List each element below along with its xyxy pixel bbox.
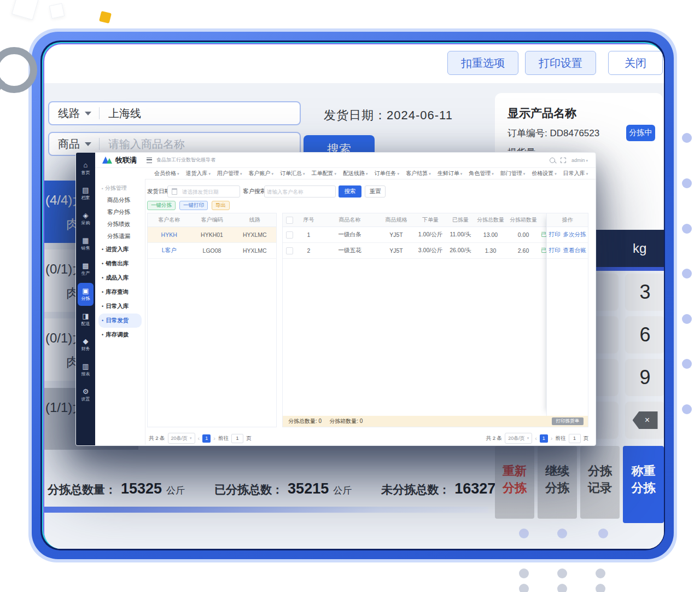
page-size-select[interactable]: 20条/页 — [505, 433, 532, 444]
sidebar-item-settings[interactable]: ⚙ 设置 — [76, 382, 95, 408]
current-page[interactable]: 1 — [202, 434, 211, 443]
goto-page-input[interactable] — [231, 434, 243, 443]
sort-records-button[interactable]: 分拣 记录 — [580, 446, 620, 519]
next-page-icon[interactable]: › — [213, 435, 215, 442]
close-button[interactable]: 关闭 — [608, 51, 663, 75]
export-button[interactable]: 导出 — [212, 201, 230, 210]
nav-item[interactable]: 会员价格 — [153, 169, 181, 178]
decor-dot — [682, 314, 692, 324]
column-header: 商品名称 — [321, 213, 378, 227]
customer-table: 客户名称客户编码线路 HYKH HYKH01 HYXLMC L客户 LGO08 … — [147, 213, 277, 427]
continue-sort-button[interactable]: 继续 分拣 — [538, 446, 577, 519]
nav-item[interactable]: 角色管理 — [467, 169, 495, 178]
sidebar-icon: ▩ — [82, 262, 89, 269]
print-link[interactable]: 打印 — [549, 231, 561, 239]
next-page-icon[interactable]: › — [551, 435, 553, 442]
prev-page-icon[interactable]: ‹ — [535, 435, 537, 442]
sort-action-link[interactable]: 多次分拣 — [563, 231, 586, 239]
sidebar-item-archive[interactable]: ▤ 档案 — [76, 181, 95, 206]
sidebar-item-reports[interactable]: ▥ 报表 — [76, 357, 95, 382]
row-checkbox[interactable] — [283, 227, 296, 242]
nav-item[interactable]: 客户账户 — [247, 169, 276, 178]
keypad-key[interactable]: 3 — [625, 274, 664, 311]
table-row[interactable]: HYKH HYKH01 HYXLMC — [148, 227, 276, 243]
print-picklist-button[interactable]: 打印拣货单 — [552, 417, 584, 425]
submenu-item[interactable]: 成品入库 — [95, 271, 145, 285]
keypad-key[interactable]: 6 — [625, 316, 664, 353]
nav-item[interactable]: 订单汇总 — [278, 169, 307, 178]
backspace-key[interactable] — [625, 402, 664, 439]
line-input[interactable] — [107, 107, 273, 120]
filter-search-button[interactable]: 搜索 — [339, 185, 361, 198]
nav-item[interactable]: 生鲜订单 — [436, 169, 464, 178]
weigh-sort-button[interactable]: 称重 分拣 — [623, 446, 664, 523]
product-search-input[interactable] — [107, 137, 273, 151]
deduct-weight-options-button[interactable]: 扣重选项 — [447, 51, 518, 75]
nav-item[interactable]: 用户管理 — [215, 169, 244, 178]
submenu-item[interactable]: 分拣遗漏 — [95, 230, 145, 242]
nav-item[interactable]: 订单任务 — [373, 169, 401, 178]
goto-page-input[interactable] — [569, 434, 581, 443]
column-header: 客户名称 — [148, 213, 190, 227]
sort-action-link[interactable]: 查看台账 — [563, 247, 586, 254]
nav-item[interactable]: 工单配置 — [310, 169, 339, 178]
submenu-item[interactable]: 日常发货 — [98, 314, 142, 328]
submenu-item[interactable]: 库存查询 — [95, 285, 145, 299]
nav-item[interactable]: 日常入库 — [562, 169, 590, 178]
sidebar-item-home[interactable]: ⌂ 首页 — [76, 156, 95, 181]
chevron-down-icon — [85, 142, 91, 146]
page-size-select[interactable]: 20条/页 — [168, 433, 195, 444]
keypad-key[interactable]: 9 — [625, 359, 664, 396]
decor-dot — [596, 584, 605, 592]
nav-item[interactable]: 客户结算 — [404, 169, 433, 178]
sidebar-item-finance[interactable]: ◆ 财务 — [76, 332, 95, 357]
print-settings-button[interactable]: 打印设置 — [525, 51, 596, 75]
one-key-sort-button[interactable]: 一键分拣 — [147, 201, 176, 210]
select-all-checkbox[interactable] — [283, 213, 296, 227]
sidebar-item-purchase[interactable]: ◈ 采购 — [76, 206, 95, 231]
sidebar-item-production[interactable]: ▩ 生产 — [76, 257, 95, 282]
sorting-station-window: 扣重选项打印设置关闭 线路 商品 发货日期：2024-06-11 搜索 显示产品… — [44, 44, 664, 549]
hamburger-menu-icon[interactable] — [147, 158, 152, 163]
submenu-item[interactable]: 客户分拣 — [95, 206, 145, 218]
fullscreen-icon[interactable] — [561, 158, 566, 163]
submenu-item[interactable]: 商品分拣 — [95, 194, 145, 206]
print-link[interactable]: 打印 — [549, 247, 561, 254]
table-row[interactable]: 2 一级五花 YJ5T 3.00/公斤 26.00/头 1.30 2.60 已完… — [283, 243, 588, 259]
search-icon[interactable] — [550, 158, 555, 163]
decor-square — [49, 3, 65, 19]
erp-nav: 会员价格退货入库用户管理客户账户订单汇总工单配置配送线路订单任务客户结算生鲜订单… — [153, 167, 592, 179]
filter-reset-button[interactable]: 重置 — [365, 185, 386, 198]
decor-dot — [519, 584, 529, 592]
line-select[interactable]: 线路 — [48, 101, 301, 125]
one-key-print-button[interactable]: 一键打印 — [179, 201, 208, 210]
date-filter-input[interactable] — [167, 185, 240, 198]
erp-submenu: 分拣管理商品分拣客户分拣分拣绩效分拣遗漏进货入库销售出库成品入库库存查询日常入库… — [95, 179, 145, 445]
sidebar-item-delivery[interactable]: ◨ 配送 — [76, 307, 95, 332]
nav-item[interactable]: 价格设置 — [530, 169, 558, 178]
row-checkbox[interactable] — [283, 243, 296, 258]
decor-dot — [557, 568, 567, 578]
submenu-item[interactable]: 库存调拨 — [95, 328, 145, 342]
nav-item[interactable]: 配送线路 — [341, 169, 370, 178]
prev-page-icon[interactable]: ‹ — [198, 435, 200, 442]
row-operations: 打印 查看台账 — [547, 243, 588, 259]
user-menu[interactable]: admin — [571, 158, 588, 163]
table-row[interactable]: L客户 LGO08 HYXLMC — [148, 243, 276, 259]
current-page[interactable]: 1 — [540, 434, 548, 443]
erp-content: 发货日期 客户搜索 搜索 重置 一键分拣一键打印导出 客户名称客户编码线路 — [145, 179, 596, 445]
nav-item[interactable]: 部门管理 — [499, 169, 527, 178]
table-row[interactable]: 1 一级白条 YJ5T 1.00/公斤 11.00/头 13.00 0.00 已… — [283, 227, 588, 243]
submenu-item[interactable]: 进货入库 — [95, 242, 145, 257]
sidebar-item-sales[interactable]: ▦ 销售 — [76, 231, 95, 257]
sidebar-item-sorting[interactable]: ▣ 分拣 — [76, 282, 95, 307]
re-sort-button[interactable]: 重新 分拣 — [495, 446, 534, 519]
submenu-item[interactable]: 分拣管理 — [95, 182, 145, 194]
submenu-item[interactable]: 销售出库 — [95, 257, 145, 271]
nav-item[interactable]: 退货入库 — [184, 169, 213, 178]
submenu-item[interactable]: 日常入库 — [95, 299, 145, 314]
backspace-icon — [633, 411, 658, 429]
decor-dot — [596, 568, 605, 578]
customer-filter-input[interactable] — [264, 185, 336, 198]
submenu-item[interactable]: 分拣绩效 — [95, 218, 145, 230]
